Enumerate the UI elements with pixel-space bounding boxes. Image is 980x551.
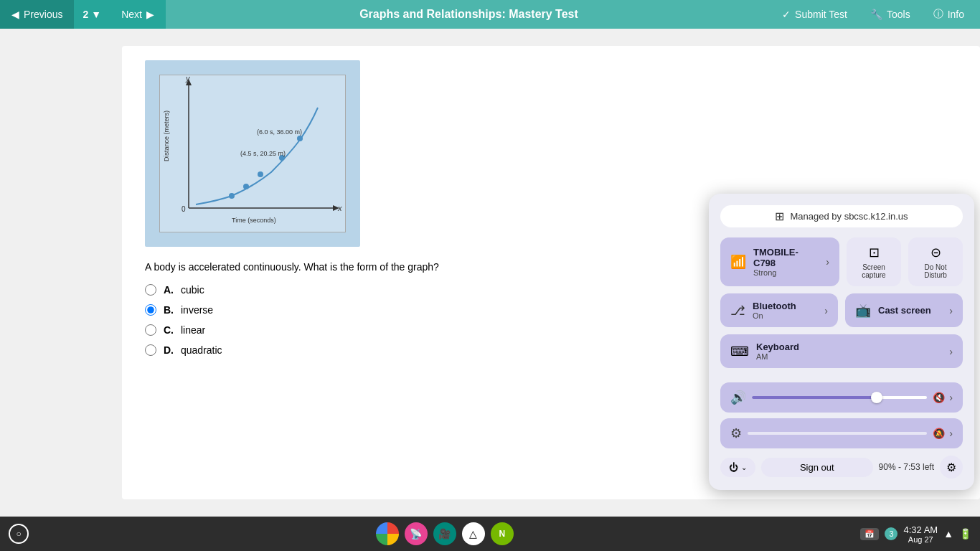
sign-out-button[interactable]: Sign out: [761, 458, 873, 477]
notification-count: 3: [889, 529, 893, 538]
graph-display: y x 0 Time (seconds) Distance (meters): [159, 75, 346, 232]
previous-icon: ◀: [11, 9, 19, 20]
label-d: D.: [164, 344, 174, 356]
time-display: 4:32 AM: [903, 524, 938, 535]
cast-icon: 📺: [855, 303, 871, 319]
info-icon: ⓘ: [933, 8, 943, 21]
label-a: A.: [164, 284, 174, 296]
bluetooth-label: Bluetooth: [753, 301, 817, 311]
taskbar-right: 📅 3 4:32 AM Aug 27 ▲ 🔋: [860, 524, 971, 544]
calendar-button[interactable]: 📅: [860, 528, 879, 540]
brightness-right: 🔕 ›: [933, 428, 953, 439]
svg-text:(4.5 s, 20.25 m): (4.5 s, 20.25 m): [240, 150, 286, 157]
brightness-off-icon: 🔕: [933, 428, 945, 439]
nav-right-actions: ✓ Submit Test 🔧 Tools ⓘ Info: [772, 3, 980, 26]
cast-chevron-icon: ›: [949, 305, 953, 316]
volume-thumb[interactable]: [871, 392, 882, 403]
date-display: Aug 27: [908, 535, 933, 544]
brightness-icon: ⚙: [730, 425, 742, 441]
keyboard-icon: ⌨: [730, 344, 749, 359]
keyboard-status: AM: [756, 352, 942, 361]
radio-d[interactable]: [145, 344, 156, 356]
wrench-icon: 🔧: [870, 9, 882, 20]
wifi-status: Strong: [753, 268, 819, 277]
screencast-icon[interactable]: 📡: [405, 522, 428, 545]
brightness-chevron-icon: ›: [949, 428, 953, 439]
svg-text:(6.0 s, 36.00 m): (6.0 s, 36.00 m): [257, 128, 302, 136]
tools-button[interactable]: 🔧 Tools: [860, 3, 920, 26]
test-title: Graphs and Relationships: Mastery Test: [166, 8, 772, 21]
bluetooth-tile[interactable]: ⎇ Bluetooth On ›: [720, 293, 838, 327]
notification-badge[interactable]: 3: [885, 527, 897, 540]
tile-row-2: ⎇ Bluetooth On › 📺 Cast screen ›: [720, 293, 963, 327]
launcher-button[interactable]: ○: [9, 524, 29, 544]
previous-button[interactable]: ◀ Previous: [0, 0, 74, 29]
next-icon: ▶: [146, 9, 154, 20]
svg-text:y: y: [185, 75, 191, 83]
volume-track[interactable]: [752, 396, 927, 399]
label-c: C.: [164, 324, 174, 336]
svg-point-11: [229, 193, 235, 199]
volume-fill: [752, 396, 875, 399]
svg-text:0: 0: [182, 205, 186, 213]
svg-point-10: [297, 136, 303, 141]
bluetooth-status: On: [753, 311, 817, 320]
next-label: Next: [121, 9, 142, 20]
mute-icon: 🔇: [933, 392, 945, 403]
drive-icon[interactable]: △: [462, 522, 485, 545]
system-bottom-bar: ⏻ ⌄ Sign out 90% - 7:53 left ⚙: [720, 456, 963, 479]
bluetooth-info: Bluetooth On: [753, 301, 817, 320]
volume-slider-row[interactable]: 🔊 🔇 ›: [720, 382, 963, 413]
top-navigation: ◀ Previous 2 ▼ Next ▶ Graphs and Relatio…: [0, 0, 980, 29]
cast-label: Cast screen: [878, 305, 942, 316]
time-display-area[interactable]: 4:32 AM Aug 27: [903, 524, 938, 544]
question-number-selector[interactable]: 2 ▼: [74, 0, 110, 29]
svg-text:Distance (meters): Distance (meters): [163, 110, 170, 161]
chevron-down-icon: ▼: [91, 9, 101, 20]
radio-a[interactable]: [145, 284, 156, 296]
cast-screen-tile[interactable]: 📺 Cast screen ›: [845, 293, 963, 327]
wifi-info: TMOBILE-C798 Strong: [753, 247, 819, 277]
do-not-disturb-icon: ⊝: [930, 245, 941, 260]
meet-icon[interactable]: 🎥: [433, 522, 456, 545]
do-not-disturb-label: Do Not Disturb: [915, 263, 956, 279]
taskbar-wifi-icon: ▲: [943, 528, 953, 540]
nvidia-icon[interactable]: N: [491, 522, 514, 545]
system-panel: ⊞ Managed by sbcsc.k12.in.us 📶 TMOBILE-C…: [709, 194, 974, 490]
settings-gear-button[interactable]: ⚙: [940, 456, 963, 479]
graph-svg: y x 0 Time (seconds) Distance (meters): [160, 75, 347, 233]
power-button[interactable]: ⏻ ⌄: [720, 458, 755, 477]
radio-c[interactable]: [145, 324, 156, 336]
text-a: cubic: [181, 284, 204, 296]
svg-text:Time (seconds): Time (seconds): [232, 217, 276, 224]
info-button[interactable]: ⓘ Info: [923, 3, 974, 26]
wifi-icon: 📶: [730, 254, 746, 270]
managed-icon: ⊞: [775, 209, 784, 223]
chrome-icon[interactable]: [376, 522, 399, 545]
label-b: B.: [164, 304, 174, 316]
volume-chevron-icon: ›: [949, 392, 953, 403]
graph-container: y x 0 Time (seconds) Distance (meters): [145, 60, 360, 247]
taskbar-left: ○: [9, 524, 29, 544]
wifi-tile[interactable]: 📶 TMOBILE-C798 Strong ›: [720, 237, 839, 286]
check-icon: ✓: [782, 9, 791, 20]
gear-icon: ⚙: [946, 461, 956, 474]
do-not-disturb-tile[interactable]: ⊝ Do Not Disturb: [908, 237, 963, 286]
tile-row-1: 📶 TMOBILE-C798 Strong › ⊡ Screen capture…: [720, 237, 963, 286]
next-button[interactable]: Next ▶: [110, 0, 166, 29]
taskbar-battery-icon: 🔋: [959, 528, 971, 540]
text-c: linear: [181, 324, 205, 336]
submit-test-button[interactable]: ✓ Submit Test: [772, 3, 857, 26]
keyboard-info: Keyboard AM: [756, 342, 942, 361]
brightness-track[interactable]: [748, 432, 927, 435]
previous-label: Previous: [24, 9, 62, 20]
taskbar: ○ 📡 🎥 △ N 📅 3 4:32 AM Aug 27: [0, 517, 980, 551]
keyboard-tile[interactable]: ⌨ Keyboard AM ›: [720, 334, 963, 368]
svg-text:x: x: [337, 204, 342, 212]
keyboard-label: Keyboard: [756, 342, 942, 352]
radio-b[interactable]: [145, 304, 156, 316]
screen-capture-tile[interactable]: ⊡ Screen capture: [847, 237, 901, 286]
wifi-name: TMOBILE-C798: [753, 247, 819, 268]
brightness-slider-row[interactable]: ⚙ 🔕 ›: [720, 418, 963, 448]
wifi-chevron-icon: ›: [826, 256, 829, 268]
